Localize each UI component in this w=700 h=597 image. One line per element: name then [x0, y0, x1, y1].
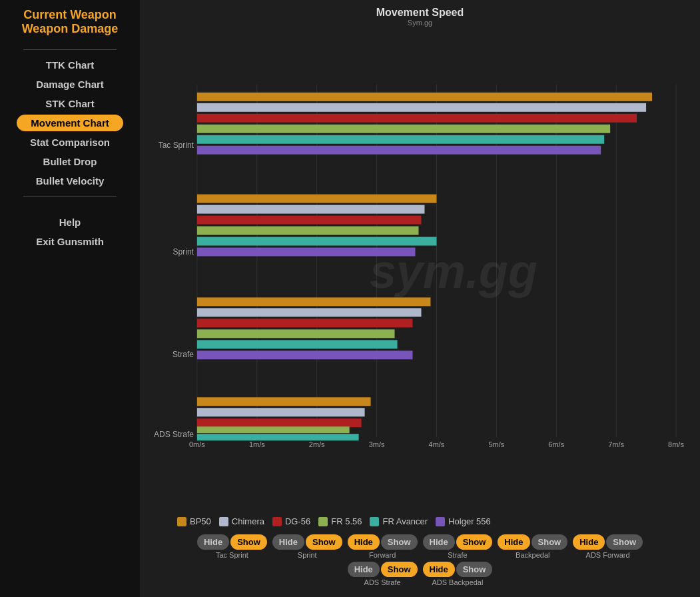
- svg-text:0m/s: 0m/s: [189, 440, 205, 448]
- svg-rect-42: [197, 408, 365, 416]
- ctrl-group-forward: Hide Show Forward: [348, 534, 418, 559]
- svg-rect-27: [197, 135, 604, 144]
- hide-button-ads-backpedal[interactable]: Hide: [423, 562, 455, 577]
- svg-rect-37: [197, 318, 413, 327]
- chart-title: Movement Speed: [151, 7, 689, 19]
- ctrl-buttons-backpedal: Hide Show: [498, 534, 567, 550]
- svg-rect-38: [197, 329, 395, 338]
- show-button-ads-forward[interactable]: Show: [606, 534, 643, 550]
- ctrl-group-ads-forward: Hide Show ADS Forward: [573, 534, 643, 559]
- sidebar-item-drop[interactable]: Bullet Drop: [0, 153, 140, 170]
- main-content: Movement Speed Sym.gg sym.gg .axis-label…: [140, 0, 700, 597]
- svg-rect-40: [197, 350, 413, 359]
- svg-rect-39: [197, 340, 398, 348]
- svg-text:2m/s: 2m/s: [309, 440, 325, 448]
- svg-rect-30: [197, 205, 425, 214]
- ctrl-buttons-ads-forward: Hide Show: [573, 534, 643, 550]
- sidebar: Current Weapon Weapon Damage TTK Chart D…: [0, 0, 140, 597]
- legend-color-dg56: [272, 517, 282, 526]
- chart-area: sym.gg .axis-label { fill: #aaa; font-si…: [151, 31, 689, 511]
- controls-row-1: Hide Show Tac Sprint Hide Show Sprint Hi…: [157, 534, 683, 559]
- legend-color-bp50: [177, 517, 186, 526]
- hide-button-strafe[interactable]: Hide: [423, 534, 455, 550]
- show-button-tac-sprint[interactable]: Show: [230, 534, 267, 550]
- legend-color-fr556: [318, 517, 328, 526]
- ctrl-label-backpedal: Backpedal: [516, 551, 549, 559]
- svg-text:6m/s: 6m/s: [548, 440, 564, 448]
- hide-button-ads-forward[interactable]: Hide: [573, 534, 605, 550]
- sidebar-item-damage[interactable]: Damage Chart: [0, 76, 140, 93]
- svg-rect-33: [197, 237, 437, 246]
- ctrl-buttons-strafe: Hide Show: [423, 534, 493, 550]
- legend-label-dg56: DG-56: [285, 516, 310, 526]
- show-button-ads-backpedal[interactable]: Show: [456, 562, 493, 577]
- hide-button-tac-sprint[interactable]: Hide: [197, 534, 229, 550]
- show-button-ads-strafe[interactable]: Show: [381, 562, 418, 577]
- legend-label-fr556: FR 5.56: [331, 516, 362, 526]
- ctrl-group-backpedal: Hide Show Backpedal: [498, 534, 567, 559]
- svg-text:Sprint: Sprint: [173, 247, 194, 257]
- hide-button-ads-strafe[interactable]: Hide: [348, 562, 380, 577]
- legend-label-holger: Holger 556: [448, 516, 491, 526]
- svg-text:ADS Strafe: ADS Strafe: [154, 430, 194, 439]
- hide-button-backpedal[interactable]: Hide: [498, 534, 529, 550]
- ctrl-label-ads-strafe: ADS Strafe: [364, 578, 401, 586]
- sidebar-item-movement[interactable]: Movement Chart: [17, 115, 123, 131]
- ctrl-label-tac-sprint: Tac Sprint: [216, 551, 248, 559]
- svg-rect-34: [197, 248, 416, 257]
- svg-text:7m/s: 7m/s: [608, 440, 624, 448]
- show-button-backpedal[interactable]: Show: [531, 534, 568, 550]
- show-button-sprint[interactable]: Show: [306, 534, 342, 550]
- ctrl-group-ads-backpedal: Hide Show ADS Backpedal: [423, 562, 493, 586]
- legend-color-chimera: [219, 517, 228, 526]
- svg-text:1m/s: 1m/s: [249, 440, 265, 448]
- legend-color-fravancer: [370, 517, 379, 526]
- svg-rect-23: [197, 93, 652, 101]
- ctrl-buttons-tac-sprint: Hide Show: [197, 534, 267, 550]
- ctrl-group-strafe: Hide Show Strafe: [423, 534, 493, 559]
- show-button-forward[interactable]: Show: [381, 534, 418, 550]
- ctrl-buttons-ads-backpedal: Hide Show: [423, 562, 493, 577]
- svg-text:8m/s: 8m/s: [668, 440, 684, 448]
- sidebar-item-stat[interactable]: Stat Comparison: [0, 134, 140, 151]
- hide-button-forward[interactable]: Hide: [348, 534, 380, 550]
- svg-rect-26: [197, 125, 610, 133]
- svg-rect-24: [197, 103, 646, 112]
- legend-label-bp50: BP50: [190, 516, 211, 526]
- sidebar-item-exit[interactable]: Exit Gunsmith: [25, 233, 115, 250]
- ctrl-group-ads-strafe: Hide Show ADS Strafe: [348, 562, 418, 586]
- legend-item-fr556: FR 5.56: [318, 516, 362, 526]
- ctrl-label-ads-forward: ADS Forward: [586, 551, 630, 559]
- svg-rect-36: [197, 308, 422, 316]
- hide-button-sprint[interactable]: Hide: [272, 534, 304, 550]
- svg-rect-44: [197, 426, 350, 433]
- svg-rect-29: [197, 195, 437, 203]
- sidebar-item-help[interactable]: Help: [25, 214, 115, 231]
- legend-label-fravancer: FR Avancer: [382, 516, 428, 526]
- svg-rect-25: [197, 114, 637, 123]
- sidebar-header: Current Weapon Weapon Damage: [22, 8, 119, 36]
- legend-item-holger: Holger 556: [436, 516, 491, 526]
- current-weapon-label: Current Weapon: [22, 8, 119, 22]
- svg-text:5m/s: 5m/s: [488, 440, 504, 448]
- sidebar-item-velocity[interactable]: Bullet Velocity: [0, 173, 140, 189]
- legend-item-chimera: Chimera: [219, 516, 264, 526]
- ctrl-label-sprint: Sprint: [298, 551, 317, 559]
- legend: BP50 Chimera DG-56 FR 5.56 FR Avancer Ho…: [151, 511, 689, 532]
- ctrl-buttons-sprint: Hide Show: [272, 534, 342, 550]
- ctrl-buttons-forward: Hide Show: [348, 534, 418, 550]
- ctrl-buttons-ads-strafe: Hide Show: [348, 562, 418, 577]
- svg-rect-45: [197, 434, 359, 440]
- svg-text:4m/s: 4m/s: [429, 440, 445, 448]
- sidebar-item-stk[interactable]: STK Chart: [0, 95, 140, 112]
- controls: Hide Show Tac Sprint Hide Show Sprint Hi…: [151, 532, 689, 593]
- sidebar-item-ttk[interactable]: TTK Chart: [0, 57, 140, 73]
- svg-rect-28: [197, 146, 601, 155]
- chart-subtitle: Sym.gg: [151, 19, 689, 27]
- chart-svg: .axis-label { fill: #aaa; font-size: 11p…: [151, 31, 689, 511]
- ctrl-group-sprint: Hide Show Sprint: [272, 534, 342, 559]
- ctrl-label-forward: Forward: [369, 551, 396, 559]
- weapon-damage-label: Weapon Damage: [22, 22, 119, 36]
- svg-rect-35: [197, 297, 431, 306]
- show-button-strafe[interactable]: Show: [456, 534, 493, 550]
